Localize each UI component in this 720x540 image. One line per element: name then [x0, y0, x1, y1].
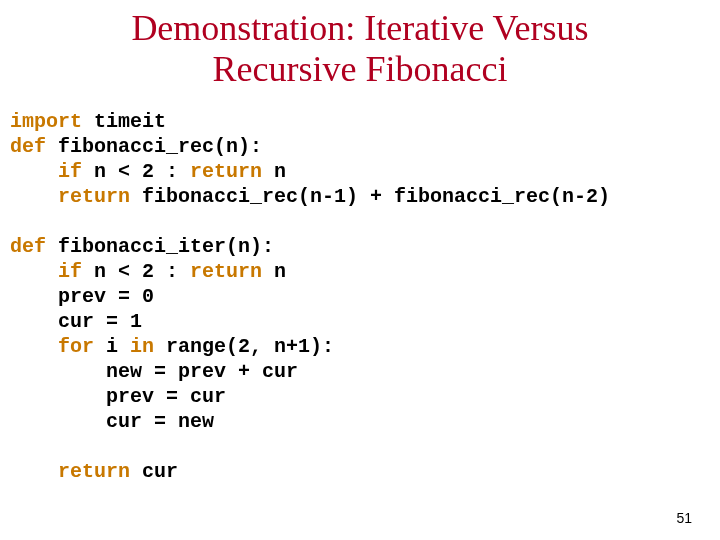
code-text: n [262, 160, 286, 183]
kw-if: if [58, 260, 82, 283]
slide-title: Demonstration: Iterative Versus Recursiv… [0, 0, 720, 91]
code-text: timeit [82, 110, 166, 133]
code-text: range(2, n+1): [154, 335, 334, 358]
code-text: i [94, 335, 130, 358]
code-text: cur = new [10, 410, 214, 433]
code-text: fibonacci_rec(n-1) + fibonacci_rec(n-2) [130, 185, 610, 208]
title-line-2: Recursive Fibonacci [213, 49, 508, 89]
kw-def: def [10, 135, 46, 158]
page-number: 51 [676, 510, 692, 526]
kw-import: import [10, 110, 82, 133]
code-text: n [262, 260, 286, 283]
kw-for: for [58, 335, 94, 358]
code-text: prev = 0 [10, 285, 154, 308]
kw-return: return [190, 260, 262, 283]
code-text: fibonacci_iter(n): [46, 235, 274, 258]
code-text: prev = cur [10, 385, 226, 408]
code-text: new = prev + cur [10, 360, 298, 383]
code-text: cur = 1 [10, 310, 142, 333]
kw-in: in [130, 335, 154, 358]
kw-def: def [10, 235, 46, 258]
title-line-1: Demonstration: Iterative Versus [131, 8, 588, 48]
code-text: n < 2 : [82, 160, 190, 183]
code-text: fibonacci_rec(n): [46, 135, 262, 158]
code-block: import timeit def fibonacci_rec(n): if n… [0, 91, 720, 484]
kw-return: return [58, 185, 130, 208]
code-text: cur [130, 460, 178, 483]
kw-if: if [58, 160, 82, 183]
kw-return: return [190, 160, 262, 183]
code-text: n < 2 : [82, 260, 190, 283]
kw-return: return [58, 460, 130, 483]
